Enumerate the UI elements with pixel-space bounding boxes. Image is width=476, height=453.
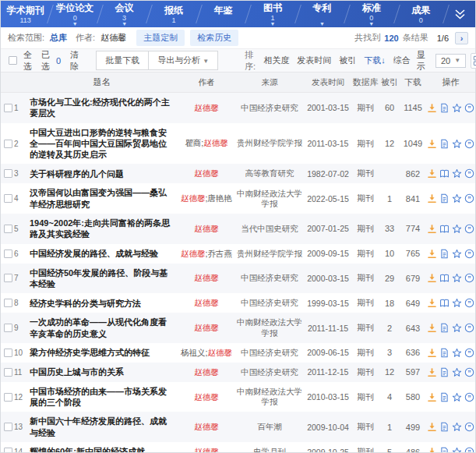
cite-icon[interactable]: ” xyxy=(464,273,474,283)
author-link-highlighted[interactable]: 赵德馨 xyxy=(194,168,219,178)
row-checkbox[interactable] xyxy=(4,140,12,148)
page-size-select[interactable]: 20 ▼ xyxy=(435,54,466,68)
result-title-link[interactable]: 中国历史上城与市的关系 xyxy=(24,366,178,377)
source-link[interactable]: 中南财经政法大学学报 xyxy=(234,317,305,338)
author-link[interactable]: 杨祖义; xyxy=(181,348,207,357)
result-title-link[interactable]: 1949~2002年:走向共同富裕的两条思路及其实践经验 xyxy=(24,218,178,240)
select-all-checkbox[interactable] xyxy=(9,56,17,65)
favorite-icon[interactable] xyxy=(452,447,462,452)
result-title-link[interactable]: 中国经济50年发展的路径、阶段与基本经验 xyxy=(24,267,178,290)
author-link-highlighted[interactable]: 赵德馨 xyxy=(203,138,228,147)
cite-icon[interactable]: ” xyxy=(464,422,474,432)
sort-option-4[interactable]: 下载↓ xyxy=(364,55,386,66)
cite-icon[interactable]: ” xyxy=(464,348,474,358)
download-icon[interactable] xyxy=(427,298,437,308)
source-link[interactable]: 贵州财经学院学报 xyxy=(234,249,305,259)
cite-icon[interactable]: ” xyxy=(464,103,474,113)
read-html-icon[interactable] xyxy=(439,249,450,259)
result-title-link[interactable]: 经济史学科的分类与研究方法 xyxy=(24,298,178,309)
download-icon[interactable] xyxy=(427,273,437,283)
read-html-icon[interactable] xyxy=(439,348,450,358)
author-link-highlighted[interactable]: 赵德馨 xyxy=(207,348,232,357)
download-icon[interactable] xyxy=(427,249,437,259)
read-html-icon[interactable] xyxy=(439,323,450,333)
read-online-icon[interactable] xyxy=(439,224,450,234)
read-html-icon[interactable] xyxy=(439,193,450,203)
row-checkbox[interactable] xyxy=(4,423,12,431)
author-link-highlighted[interactable]: 赵德馨 xyxy=(194,103,219,112)
topic-customize-button[interactable]: 主题定制 xyxy=(136,30,185,46)
favorite-icon[interactable] xyxy=(452,273,462,283)
read-html-icon[interactable] xyxy=(439,422,450,432)
nav-tab-3[interactable]: 会议3▼ xyxy=(100,1,149,27)
more-databases-button[interactable] xyxy=(446,1,475,27)
source-link[interactable]: 中国经济史研究 xyxy=(234,298,305,308)
source-link[interactable]: 史学月刊 xyxy=(234,447,305,452)
result-title-link[interactable]: 中国大豆进出口形势的逆转与粮食安全——百年间中国大豆国际贸易地位的逆转及其历史启… xyxy=(24,127,178,161)
author-link-highlighted[interactable]: 赵德馨 xyxy=(194,224,219,233)
row-checkbox[interactable] xyxy=(4,274,12,282)
cite-icon[interactable]: ” xyxy=(464,249,474,259)
row-checkbox[interactable] xyxy=(4,299,12,307)
download-icon[interactable] xyxy=(427,392,437,402)
sort-option-2[interactable]: 发表时间 xyxy=(297,55,331,66)
read-online-icon[interactable] xyxy=(439,273,450,283)
row-checkbox[interactable] xyxy=(4,169,12,178)
clear-button[interactable]: 清除 xyxy=(70,49,79,73)
header-download[interactable]: 下载 xyxy=(400,76,426,88)
export-analyze-button[interactable]: 导出与分析 ▼ xyxy=(148,51,218,70)
sort-option-5[interactable]: 综合 xyxy=(393,55,411,66)
author-link[interactable]: 瞿商; xyxy=(185,138,203,147)
favorite-icon[interactable] xyxy=(452,323,462,333)
source-link[interactable]: 中南财经政法大学学报 xyxy=(234,189,305,209)
row-checkbox[interactable] xyxy=(4,194,12,203)
author-link[interactable]: ;乔吉燕 xyxy=(206,249,232,258)
row-checkbox[interactable] xyxy=(4,349,12,357)
scope-value-link[interactable]: 总库 xyxy=(50,32,67,44)
download-icon[interactable] xyxy=(427,103,437,113)
favorite-icon[interactable] xyxy=(452,298,462,308)
favorite-icon[interactable] xyxy=(452,367,462,377)
source-link[interactable]: 百年潮 xyxy=(234,422,305,432)
download-icon[interactable] xyxy=(427,367,437,377)
author-link-highlighted[interactable]: 赵德馨 xyxy=(181,249,206,258)
nav-tab-4[interactable]: 报纸1 xyxy=(149,1,198,27)
download-icon[interactable] xyxy=(427,447,437,452)
download-icon[interactable] xyxy=(427,168,437,179)
source-link[interactable]: 高等教育研究 xyxy=(234,168,305,179)
cite-icon[interactable]: ” xyxy=(464,392,474,402)
row-checkbox[interactable] xyxy=(4,448,12,452)
result-title-link[interactable]: 中国经济发展的路径、成就与经验 xyxy=(24,248,178,259)
row-checkbox[interactable] xyxy=(4,393,12,402)
row-checkbox[interactable] xyxy=(4,104,12,112)
nav-tab-6[interactable]: 图书1▼ xyxy=(248,1,297,27)
source-link[interactable]: 中国经济史研究 xyxy=(234,103,305,113)
cite-icon[interactable]: ” xyxy=(464,168,474,179)
read-html-icon[interactable] xyxy=(439,367,450,377)
result-title-link[interactable]: 汉帝国何以由富国变为强国——桑弘羊经济思想研究 xyxy=(24,187,178,210)
result-title-link[interactable]: 辉煌的60年:新中国的经济成就 xyxy=(24,446,178,452)
author-link[interactable]: ;唐艳艳 xyxy=(206,193,232,203)
download-icon[interactable] xyxy=(427,348,437,358)
favorite-icon[interactable] xyxy=(452,103,462,113)
grid-view-button[interactable] xyxy=(471,53,476,69)
row-checkbox[interactable] xyxy=(4,324,12,332)
favorite-icon[interactable] xyxy=(452,224,462,234)
source-link[interactable]: 中南财经政法大学学报 xyxy=(234,387,305,407)
nav-tab-2[interactable]: 学位论文0▼ xyxy=(50,1,99,27)
header-cited[interactable]: 被引 xyxy=(379,76,400,88)
author-link-highlighted[interactable]: 赵德馨 xyxy=(194,323,219,332)
download-icon[interactable] xyxy=(427,224,437,234)
author-link-highlighted[interactable]: 赵德馨 xyxy=(194,273,219,282)
source-link[interactable]: 当代中国史研究 xyxy=(234,224,305,234)
favorite-icon[interactable] xyxy=(452,422,462,432)
favorite-icon[interactable] xyxy=(452,348,462,358)
read-online-icon[interactable] xyxy=(439,298,450,308)
result-title-link[interactable]: 市场化与工业化:经济现代化的两个主要层次 xyxy=(24,97,178,119)
result-title-link[interactable]: 新中国六十年经济发展的路径、成就与经验 xyxy=(24,416,178,438)
cite-icon[interactable]: ” xyxy=(464,224,474,234)
nav-tab-7[interactable]: 专利▼ xyxy=(298,1,347,27)
favorite-icon[interactable] xyxy=(452,168,462,179)
source-link[interactable]: 中国经济史研究 xyxy=(234,273,305,283)
nav-tab-9[interactable]: 成果0 xyxy=(397,1,446,27)
